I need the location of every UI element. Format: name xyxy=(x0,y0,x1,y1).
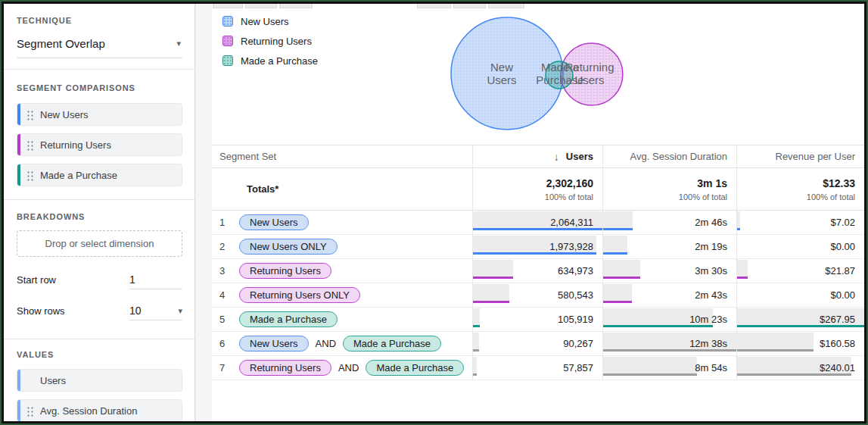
table-body: 1New Users2,064,3112m 46s$7.022New Users… xyxy=(212,211,864,380)
totals-users-cell: 2,302,160 100% of total xyxy=(472,168,602,210)
segment-chip[interactable]: New Users xyxy=(239,336,309,352)
table-row: 7Returning UsersANDMade a Purchase57,857… xyxy=(212,356,864,380)
avg-session-duration-cell: 10m 23s xyxy=(602,308,736,331)
segment-chip[interactable]: New Users ONLY xyxy=(239,239,338,255)
breakdown-drop-target[interactable]: Drop or select dimension xyxy=(17,230,182,257)
metric-value: 2m 19s xyxy=(695,241,727,252)
metric-value: 3m 30s xyxy=(695,265,727,277)
totals-label: Totals* xyxy=(212,168,472,210)
segment-chip[interactable]: Made a Purchase xyxy=(343,336,441,352)
metric-bar xyxy=(737,333,814,352)
scrollbar-gutter[interactable] xyxy=(195,4,212,421)
table-row: 1New Users2,064,3112m 46s$7.02 xyxy=(212,211,864,235)
metric-value: 1,973,928 xyxy=(549,241,593,252)
segment-chip[interactable]: Returning Users ONLY xyxy=(239,287,360,303)
revenue-per-user-cell: $160.58 xyxy=(736,332,864,355)
start-row-label: Start row xyxy=(17,274,56,289)
table-row: 4Returning Users ONLY580,5432m 43s$0.00 xyxy=(212,283,864,308)
metric-bar xyxy=(603,211,633,230)
metric-value: 2m 46s xyxy=(695,217,727,228)
chip-label: Users xyxy=(40,375,66,386)
segment-chip[interactable]: New Users xyxy=(17,103,182,126)
avg-session-duration-cell: 2m 46s xyxy=(602,211,736,234)
users-cell: 57,857 xyxy=(472,356,602,380)
segment-chip[interactable]: Made a Purchase xyxy=(366,360,464,376)
metric-bar xyxy=(473,333,479,352)
avg-session-duration-cell: 2m 43s xyxy=(602,283,736,307)
drag-handle-icon[interactable] xyxy=(26,109,33,120)
technique-section-label: TECHNIQUE xyxy=(17,16,182,25)
show-rows-dropdown[interactable]: 10 ▾ xyxy=(129,305,182,320)
table-header-row: Segment Set ↓ Users Avg. Session Duratio… xyxy=(212,145,864,168)
chip-label: Made a Purchase xyxy=(40,170,117,181)
users-header[interactable]: ↓ Users xyxy=(472,145,602,167)
segment-overlap-table: Segment Set ↓ Users Avg. Session Duratio… xyxy=(212,145,864,380)
start-row-input[interactable]: 1 xyxy=(129,273,182,289)
segment-chip[interactable]: New Users xyxy=(239,214,309,230)
metric-value: $267.95 xyxy=(820,314,855,325)
technique-dropdown[interactable]: Segment Overlap ▾ xyxy=(17,37,182,58)
metric-value: $0.00 xyxy=(830,241,855,252)
settings-panel: TECHNIQUE Segment Overlap ▾ SEGMENT COMP… xyxy=(4,4,195,421)
row-number: 3 xyxy=(212,265,239,277)
metric-value: $21.87 xyxy=(825,265,855,277)
revenue-per-user-cell: $21.87 xyxy=(736,259,864,283)
segment-chip[interactable]: Made a Purchase xyxy=(239,311,338,327)
segment-chip[interactable]: Returning Users xyxy=(239,263,331,279)
revenue-per-user-cell: $240.01 xyxy=(736,356,864,380)
segment-chip[interactable]: Returning Users xyxy=(239,360,331,376)
metric-bar xyxy=(603,236,627,255)
start-row-setting: Start row 1 xyxy=(17,273,182,289)
value-chip[interactable]: Users xyxy=(17,369,182,392)
breakdowns-label: BREAKDOWNS xyxy=(17,212,182,221)
segment-set-cell: 7Returning UsersANDMade a Purchase xyxy=(212,356,472,380)
metric-bar xyxy=(737,260,748,279)
table-row: 6New UsersANDMade a Purchase90,26712m 38… xyxy=(212,332,864,356)
chevron-down-icon: ▾ xyxy=(176,39,181,48)
and-operator-label: AND xyxy=(316,338,336,349)
metric-bar xyxy=(603,284,632,303)
section-divider xyxy=(4,339,194,339)
segment-set-header[interactable]: Segment Set xyxy=(212,145,472,167)
drag-handle-icon[interactable] xyxy=(26,139,33,151)
row-number: 4 xyxy=(212,289,239,301)
segment-chip[interactable]: Returning Users xyxy=(17,133,182,156)
revenue-per-user-header[interactable]: Revenue per User xyxy=(736,145,864,167)
table-row: 2New Users ONLY1,973,9282m 19s$0.00 xyxy=(212,235,864,259)
exploration-canvas: New UsersReturning UsersMade a Purchase … xyxy=(212,4,864,421)
metric-bar xyxy=(603,357,697,376)
segment-set-cell: 3Returning Users xyxy=(212,259,472,283)
users-cell: 90,267 xyxy=(472,332,602,355)
revenue-per-user-cell: $0.00 xyxy=(736,235,864,258)
users-cell: 105,919 xyxy=(472,308,602,331)
avg-session-duration-cell: 3m 30s xyxy=(602,259,736,283)
section-divider xyxy=(4,199,194,200)
metric-value: 57,857 xyxy=(563,362,593,373)
show-rows-label: Show rows xyxy=(17,305,65,320)
app-window: TECHNIQUE Segment Overlap ▾ SEGMENT COMP… xyxy=(2,2,866,423)
segment-chip[interactable]: Made a Purchase xyxy=(17,164,182,186)
avg-session-duration-header[interactable]: Avg. Session Duration xyxy=(602,145,736,167)
totals-duration-cell: 3m 1s 100% of total xyxy=(602,168,736,210)
metric-bar xyxy=(473,260,513,279)
segment-comparisons-list: New UsersReturning UsersMade a Purchase xyxy=(17,103,182,186)
segment-set-cell: 4Returning Users ONLY xyxy=(212,283,472,307)
avg-session-duration-cell: 8m 54s xyxy=(602,356,736,380)
drag-handle-icon[interactable] xyxy=(26,405,33,417)
avg-session-duration-cell: 2m 19s xyxy=(602,235,736,258)
section-divider xyxy=(4,69,194,70)
drag-handle-icon[interactable] xyxy=(26,170,33,181)
metric-value: 2,064,311 xyxy=(550,217,593,228)
chevron-down-icon: ▾ xyxy=(178,306,182,316)
users-cell: 2,064,311 xyxy=(472,211,602,234)
segment-comparisons-label: SEGMENT COMPARISONS xyxy=(17,83,182,92)
and-operator-label: AND xyxy=(338,362,359,373)
table-row: 3Returning Users634,9733m 30s$21.87 xyxy=(212,259,864,283)
value-chip[interactable]: Avg. Session Duration xyxy=(17,399,182,422)
metric-bar xyxy=(473,284,509,303)
row-number: 7 xyxy=(212,362,239,373)
chip-label: New Users xyxy=(40,109,89,120)
sort-descending-icon: ↓ xyxy=(554,151,559,163)
metric-value: $160.58 xyxy=(820,338,855,349)
table-row: 5Made a Purchase105,91910m 23s$267.95 xyxy=(212,308,864,332)
